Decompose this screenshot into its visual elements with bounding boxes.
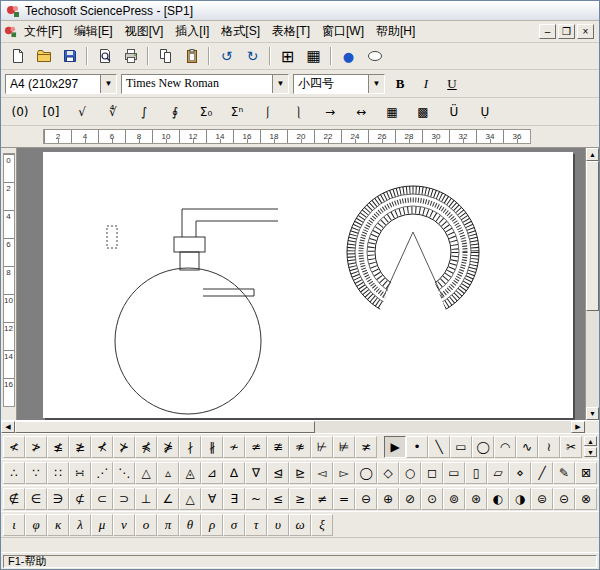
scroll-up-icon[interactable]: ▲	[586, 148, 599, 161]
symbol-button[interactable]: ≁	[223, 436, 245, 458]
circle-symbol-button[interactable]: ⊕	[377, 488, 399, 510]
symbol-button[interactable]: ∈	[25, 488, 47, 510]
draw-tool-button[interactable]: ◠	[494, 436, 516, 458]
symbol-button[interactable]: ⊬	[311, 436, 333, 458]
greek-letter-button[interactable]: τ	[245, 514, 267, 536]
draw-tool-button[interactable]: ▶	[384, 436, 406, 458]
circle-symbol-button[interactable]: ◑	[509, 488, 531, 510]
underline-button[interactable]: U	[441, 74, 463, 94]
symbol-button[interactable]: ≤	[267, 488, 289, 510]
shape-tool-button[interactable]: ⋄	[509, 462, 531, 484]
circle-symbol-button[interactable]: ◐	[487, 488, 509, 510]
math-tool-button[interactable]: ∫	[129, 101, 159, 123]
close-button[interactable]: ×	[577, 24, 594, 39]
print-preview-button[interactable]	[92, 45, 117, 67]
math-tool-button[interactable]: √	[67, 101, 97, 123]
circle-symbol-button[interactable]: ⊗	[575, 488, 597, 510]
document-page[interactable]	[43, 152, 573, 418]
symbol-button[interactable]: ⋠	[135, 436, 157, 458]
greek-letter-button[interactable]: φ	[25, 514, 47, 536]
chevron-down-icon[interactable]: ▼	[100, 75, 116, 93]
symbol-button[interactable]: ≄	[245, 436, 267, 458]
math-tool-button[interactable]: Σ₀	[191, 101, 221, 123]
symbol-button[interactable]: ∷	[47, 462, 69, 484]
symbol-button[interactable]: ≮	[3, 436, 25, 458]
math-tool-button[interactable]: ⎰	[253, 101, 283, 123]
menu-item[interactable]: 格式[S]	[215, 21, 266, 42]
menu-item[interactable]: 窗口[W]	[316, 21, 370, 42]
symbol-button[interactable]: ≉	[289, 436, 311, 458]
symbol-button[interactable]: =	[333, 488, 355, 510]
shape-tool-button[interactable]: ◇	[377, 462, 399, 484]
symbol-button[interactable]: ⋡	[157, 436, 179, 458]
greek-letter-button[interactable]: ν	[113, 514, 135, 536]
symbol-button[interactable]: ≯	[25, 436, 47, 458]
copy-button[interactable]	[153, 45, 178, 67]
symbol-button[interactable]: ⊴	[267, 462, 289, 484]
math-tool-button[interactable]: →	[315, 101, 345, 123]
undo-button[interactable]: ↺	[214, 45, 239, 67]
page-size-select[interactable]: A4 (210x297 ▼	[5, 74, 117, 94]
symbol-button[interactable]: ∃	[223, 488, 245, 510]
minimize-button[interactable]: –	[539, 24, 556, 39]
symbol-button[interactable]: ⊂	[91, 488, 113, 510]
symbol-button[interactable]: ≰	[47, 436, 69, 458]
symbol-button[interactable]: ∉	[3, 488, 25, 510]
symbol-button[interactable]: ⊵	[289, 462, 311, 484]
symbol-button[interactable]: ◬	[179, 462, 201, 484]
symbol-button[interactable]: ∋	[47, 488, 69, 510]
print-button[interactable]	[118, 45, 143, 67]
greek-letter-button[interactable]: ι	[3, 514, 25, 536]
new-document-button[interactable]	[5, 45, 30, 67]
math-tool-button[interactable]: (0)	[5, 101, 35, 123]
math-tool-button[interactable]: ▩	[408, 101, 438, 123]
circle-symbol-button[interactable]: ⊚	[443, 488, 465, 510]
draw-tool-button[interactable]: ▭	[450, 436, 472, 458]
horizontal-scrollbar[interactable]: ◀ ▶	[1, 420, 599, 433]
greek-letter-button[interactable]: ο	[135, 514, 157, 536]
greek-letter-button[interactable]: κ	[47, 514, 69, 536]
greek-letter-button[interactable]: μ	[91, 514, 113, 536]
math-tool-button[interactable]: ⎱	[284, 101, 314, 123]
shape-tool-button[interactable]: ◻	[421, 462, 443, 484]
restore-button[interactable]: ❐	[558, 24, 575, 39]
symbol-button[interactable]: ∺	[69, 462, 91, 484]
symbol-button[interactable]: ⋱	[113, 462, 135, 484]
scroll-down-icon[interactable]: ▼	[584, 447, 597, 457]
circle-symbol-button[interactable]: ⊛	[465, 488, 487, 510]
open-button[interactable]	[31, 45, 56, 67]
greek-letter-button[interactable]: π	[157, 514, 179, 536]
shape-tool-button[interactable]: ▯	[465, 462, 487, 484]
math-tool-button[interactable]: ∜	[98, 101, 128, 123]
shape-tool-button[interactable]: ▱	[487, 462, 509, 484]
circle-symbol-button[interactable]: ⊜	[531, 488, 553, 510]
draw-tool-button[interactable]: ∿	[516, 436, 538, 458]
symbol-button[interactable]: ≱	[69, 436, 91, 458]
menu-item[interactable]: 编辑[E]	[68, 21, 119, 42]
insert-object-button[interactable]: ●	[336, 45, 361, 67]
symbol-button[interactable]: ≭	[355, 436, 377, 458]
circle-symbol-button[interactable]: ⊖	[355, 488, 377, 510]
symbol-button[interactable]: ⋰	[91, 462, 113, 484]
symbol-button[interactable]: ⊄	[69, 488, 91, 510]
math-tool-button[interactable]: Ü	[439, 101, 469, 123]
font-family-select[interactable]: Times New Roman ▼	[121, 74, 289, 94]
shape-tool-button[interactable]: ◯	[355, 462, 377, 484]
symbol-button[interactable]: ≇	[267, 436, 289, 458]
paste-button[interactable]	[179, 45, 204, 67]
math-tool-button[interactable]: ∮	[160, 101, 190, 123]
math-tool-button[interactable]: ▦	[377, 101, 407, 123]
shape-tool-button[interactable]: ▭	[443, 462, 465, 484]
symbol-button[interactable]: ∇	[245, 462, 267, 484]
greek-letter-button[interactable]: ρ	[201, 514, 223, 536]
draw-ellipse-button[interactable]	[362, 45, 387, 67]
symbol-button[interactable]: ⊃	[113, 488, 135, 510]
scroll-up-icon[interactable]: ▲	[584, 436, 597, 446]
scroll-right-icon[interactable]: ▶	[571, 421, 585, 433]
horizontal-scroll-track[interactable]	[315, 421, 571, 433]
italic-button[interactable]: I	[415, 74, 437, 94]
menu-item[interactable]: 文件[F]	[18, 21, 68, 42]
symbol-button[interactable]: ⊭	[333, 436, 355, 458]
shape-tool-button[interactable]: ╱	[531, 462, 553, 484]
math-tool-button[interactable]: [0]	[36, 101, 66, 123]
